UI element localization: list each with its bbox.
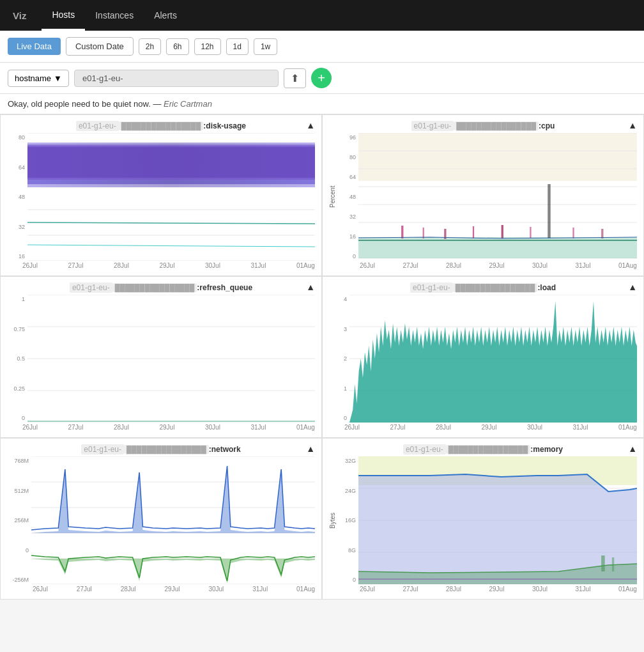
chart-area-network: 768M512M256M0-256M [7, 456, 315, 584]
toolbar: Live Data Custom Date 2h 6h 12h 1d 1w [0, 31, 644, 63]
brand-logo: Viz [8, 10, 31, 21]
chart-load: e01-g1-eu-████████████████:load ▲ 43210 [322, 276, 644, 438]
chart-inner-load [349, 295, 637, 423]
x-axis-network: 26Jul27Jul28Jul29Jul30Jul31Jul01Aug [7, 586, 315, 593]
hostname-input[interactable] [74, 70, 279, 87]
svg-rect-24 [502, 225, 503, 238]
alert-icon-load[interactable]: ▲ [628, 282, 637, 292]
hostname-dropdown[interactable]: hostname ▼ [8, 70, 69, 87]
chart-disk-usage-title: e01-g1-eu-████████████████:disk-usage [7, 121, 315, 130]
svg-rect-9 [27, 147, 315, 178]
custom-date-button[interactable]: Custom Date [66, 37, 134, 56]
chart-cpu: e01-g1-eu-████████████████:cpu ▲ Percent… [322, 114, 644, 276]
quote-text: Okay, old people need to be quiet now. [8, 99, 151, 109]
alert-icon-refresh[interactable]: ▲ [306, 282, 315, 292]
svg-rect-20 [401, 226, 403, 238]
time-1d-button[interactable]: 1d [226, 38, 249, 55]
time-6h-button[interactable]: 6h [166, 38, 188, 55]
x-axis-disk: 26Jul27Jul28Jul29Jul30Jul31Jul01Aug [7, 262, 315, 269]
chart-refresh-queue-title: e01-g1-eu-████████████████:refresh_queue [7, 283, 315, 292]
nav-item-instances[interactable]: Instances [85, 0, 144, 31]
quote-separator: — [153, 99, 164, 109]
chart-inner-refresh [27, 295, 315, 423]
time-1w-button[interactable]: 1w [254, 38, 277, 55]
chart-network: e01-g1-eu-████████████████:network ▲ 768… [0, 438, 322, 600]
x-axis-load: 26Jul27Jul28Jul29Jul30Jul31Jul01Aug [329, 424, 637, 431]
charts-grid: e01-g1-eu-████████████████:disk-usage ▲ … [0, 114, 644, 600]
nav-item-alerts[interactable]: Alerts [144, 0, 187, 31]
add-button[interactable]: + [311, 68, 332, 88]
alert-icon-memory[interactable]: ▲ [628, 444, 637, 454]
svg-rect-27 [572, 228, 574, 238]
chart-refresh-queue: e01-g1-eu-████████████████:refresh_queue… [0, 276, 322, 438]
svg-rect-52 [601, 555, 605, 571]
quote-bar: Okay, old people need to be quiet now. —… [0, 94, 644, 114]
nav-item-hosts[interactable]: Hosts [42, 0, 85, 31]
upload-button[interactable]: ⬆ [284, 68, 306, 88]
chart-inner-cpu [358, 133, 637, 261]
x-axis-cpu: 26Jul27Jul28Jul29Jul30Jul31Jul01Aug [329, 262, 637, 269]
chart-memory: e01-g1-eu-████████████████:memory ▲ Byte… [322, 438, 644, 600]
svg-rect-23 [473, 226, 474, 238]
top-navigation: Viz Hosts Instances Alerts [0, 0, 644, 31]
chevron-down-icon: ▼ [54, 74, 62, 83]
x-axis-refresh: 26Jul27Jul28Jul29Jul30Jul31Jul01Aug [7, 424, 315, 431]
live-data-button[interactable]: Live Data [8, 38, 61, 55]
chart-area-load: 43210 [329, 295, 637, 423]
chart-area-cpu: Percent 9680644832160 [329, 133, 637, 261]
alert-icon-network[interactable]: ▲ [306, 444, 315, 454]
chart-load-title: e01-g1-eu-████████████████:load [329, 283, 637, 292]
svg-rect-25 [530, 227, 531, 238]
hostname-label: hostname [15, 74, 51, 83]
alert-icon-disk[interactable]: ▲ [306, 120, 315, 130]
time-2h-button[interactable]: 2h [139, 38, 161, 55]
svg-rect-53 [612, 557, 614, 571]
svg-rect-26 [548, 184, 550, 238]
chart-network-title: e01-g1-eu-████████████████:network [7, 445, 315, 454]
chart-area-memory: Bytes 32G24G16G8G0 [329, 456, 637, 584]
svg-rect-28 [601, 229, 603, 238]
chart-inner-network [31, 456, 315, 584]
chart-cpu-title: e01-g1-eu-████████████████:cpu [329, 121, 637, 130]
svg-rect-21 [423, 228, 424, 238]
chart-area-disk: 8064483216 [7, 133, 315, 261]
x-axis-memory: 26Jul27Jul28Jul29Jul30Jul31Jul01Aug [329, 586, 637, 593]
quote-author: Eric Cartman [164, 99, 212, 109]
chart-disk-usage: e01-g1-eu-████████████████:disk-usage ▲ … [0, 114, 322, 276]
time-12h-button[interactable]: 12h [194, 38, 221, 55]
filter-row: hostname ▼ ⬆ + [0, 63, 644, 94]
chart-memory-title: e01-g1-eu-████████████████:memory [329, 445, 637, 454]
svg-rect-10 [358, 133, 637, 181]
plus-icon: + [318, 72, 325, 84]
chart-inner-memory [358, 456, 637, 584]
alert-icon-cpu[interactable]: ▲ [628, 120, 637, 130]
upload-icon: ⬆ [291, 73, 299, 84]
chart-inner-disk [27, 133, 315, 261]
chart-area-refresh: 10.750.50.250 [7, 295, 315, 423]
